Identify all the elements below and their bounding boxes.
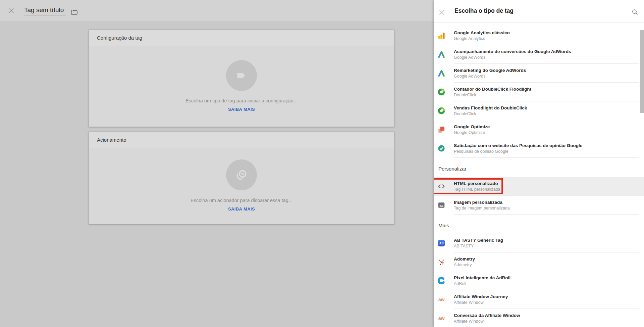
tag-type-row[interactable]: AdometryAdometry bbox=[434, 252, 644, 271]
tag-type-row[interactable]: awConversão da Affiliate WindowAffiliate… bbox=[434, 309, 644, 327]
doubleclick-icon bbox=[437, 88, 446, 96]
tag-type-text: Remarketing do Google AdWordsGoogle AdWo… bbox=[454, 67, 526, 79]
tag-type-row[interactable]: Google Analytics clássicoGoogle Analytic… bbox=[434, 26, 644, 45]
adroll-icon bbox=[437, 276, 446, 285]
section-label: Mais bbox=[438, 223, 449, 228]
tag-type-subtitle: Adometry bbox=[454, 262, 475, 268]
custom-html-icon bbox=[437, 182, 446, 191]
abtasty-icon: AB bbox=[437, 239, 446, 247]
tag-type-title: Remarketing do Google AdWords bbox=[454, 67, 526, 73]
trigger-placeholder-text: Escolha um acionador para disparar essa … bbox=[89, 198, 394, 203]
gtm-tag-editor-screen: { "colors": { "accent_blue": "#3a66c2", … bbox=[0, 0, 644, 327]
tag-type-text: Pixel inteligente da AdRollAdRoll bbox=[454, 275, 511, 286]
tag-type-title: Contador do DoubleClick Floodlight bbox=[454, 86, 531, 92]
tag-type-row[interactable]: Acompanhamento de conversões do Google A… bbox=[434, 45, 644, 64]
tag-type-text: HTML personalizadoTag HTML personalizada bbox=[454, 181, 500, 192]
svg-text:AB: AB bbox=[439, 242, 444, 245]
custom-image-icon bbox=[437, 201, 446, 209]
panel-title: Escolha o tipo de tag bbox=[454, 7, 514, 14]
tag-placeholder-circle bbox=[226, 60, 257, 91]
aw-icon: aw bbox=[437, 295, 446, 304]
section-header-personalizar: Personalizar bbox=[434, 158, 644, 177]
tag-type-title: Adometry bbox=[454, 256, 475, 262]
tag-type-title: Acompanhamento de conversões do Google A… bbox=[454, 49, 571, 54]
editor-topbar: Tag sem título bbox=[0, 0, 434, 21]
tag-type-text: AB TASTY Generic TagAB TASTY bbox=[454, 237, 503, 249]
tag-name-input[interactable]: Tag sem título bbox=[24, 6, 66, 15]
tag-type-subtitle: AB TASTY bbox=[454, 243, 503, 249]
tag-type-text: Google Analytics clássicoGoogle Analytic… bbox=[454, 30, 510, 41]
tag-icon bbox=[235, 69, 248, 82]
tag-type-subtitle: DoubleClick bbox=[454, 111, 527, 116]
tag-type-subtitle: Tag HTML personalizada bbox=[454, 187, 500, 192]
ga-classic-icon bbox=[437, 31, 446, 40]
tag-type-subtitle: DoubleClick bbox=[454, 92, 531, 98]
trigger-card[interactable]: Acionamento Escolha um acionador para di… bbox=[89, 132, 394, 224]
aw-icon: aw bbox=[437, 314, 446, 323]
section-header-mais: Mais bbox=[434, 215, 644, 234]
panel-header: Escolha o tipo de tag bbox=[434, 0, 644, 22]
tag-type-subtitle: AdRoll bbox=[454, 281, 511, 286]
tag-type-list: Google Analytics clássicoGoogle Analytic… bbox=[434, 22, 644, 327]
optimize-icon bbox=[437, 125, 446, 134]
tag-editor-backdrop: Tag sem título Configuração da tag Escol… bbox=[0, 0, 434, 327]
adometry-icon bbox=[437, 258, 446, 266]
doubleclick-icon bbox=[437, 106, 446, 115]
tag-type-row[interactable]: HTML personalizadoTag HTML personalizada bbox=[434, 177, 644, 196]
tag-type-text: Satisfação com o website das Pesquisas d… bbox=[454, 143, 582, 154]
tag-type-title: Pixel inteligente da AdRoll bbox=[454, 275, 511, 281]
tag-type-title: Satisfação com o website das Pesquisas d… bbox=[454, 143, 582, 148]
trigger-icon bbox=[234, 168, 249, 182]
tag-type-title: HTML personalizado bbox=[454, 181, 500, 186]
choose-tag-type-panel: Escolha o tipo de tag Google Analytics c… bbox=[434, 0, 644, 327]
tag-type-title: Affiliate Window Journey bbox=[454, 294, 508, 299]
tag-configuration-card[interactable]: Configuração da tag Escolha um tipo de t… bbox=[89, 30, 394, 127]
tag-type-row[interactable]: ABAB TASTY Generic TagAB TASTY bbox=[434, 234, 644, 252]
tag-type-text: Vendas Floodlight do DoubleClickDoubleCl… bbox=[454, 105, 527, 116]
tag-type-text: Conversão da Affiliate WindowAffiliate W… bbox=[454, 313, 520, 324]
trigger-placeholder-circle bbox=[226, 159, 257, 190]
tag-type-title: Vendas Floodlight do DoubleClick bbox=[454, 105, 527, 111]
close-editor-icon[interactable] bbox=[8, 7, 15, 14]
tag-type-row[interactable]: Remarketing do Google AdWordsGoogle AdWo… bbox=[434, 64, 644, 83]
tag-placeholder-text: Escolha um tipo de tag para iniciar a co… bbox=[89, 98, 394, 103]
card-header: Configuração da tag bbox=[89, 30, 394, 46]
tag-type-row[interactable]: awAffiliate Window JourneyAffiliate Wind… bbox=[434, 290, 644, 309]
card-header: Acionamento bbox=[89, 132, 394, 148]
tag-type-text: Imagem personalizadaTag de imagem person… bbox=[454, 199, 510, 211]
tag-type-subtitle: Pesquisas de opinião Google bbox=[454, 149, 582, 154]
tag-type-subtitle: Tag de imagem personalizada bbox=[454, 205, 510, 211]
section-label: Personalizar bbox=[438, 166, 466, 172]
adwords-icon bbox=[437, 50, 446, 59]
tag-type-title: Imagem personalizada bbox=[454, 199, 510, 205]
tag-type-title: AB TASTY Generic Tag bbox=[454, 237, 503, 243]
tag-type-text: AdometryAdometry bbox=[454, 256, 475, 268]
tag-type-text: Acompanhamento de conversões do Google A… bbox=[454, 49, 571, 60]
surveys-icon bbox=[437, 144, 446, 153]
tag-type-subtitle: Affiliate Window bbox=[454, 319, 520, 324]
search-icon[interactable] bbox=[631, 8, 639, 16]
tag-type-subtitle: Affiliate Window bbox=[454, 300, 508, 305]
folder-icon[interactable] bbox=[70, 8, 78, 16]
learn-more-link[interactable]: SAIBA MAIS bbox=[89, 107, 394, 112]
tag-type-text: Affiliate Window JourneyAffiliate Window bbox=[454, 294, 508, 305]
tag-type-row[interactable]: Google OptimizeGoogle Optimize bbox=[434, 120, 644, 139]
close-panel-icon[interactable] bbox=[438, 9, 445, 16]
tag-type-title: Google Optimize bbox=[454, 124, 490, 130]
tag-type-text: Google OptimizeGoogle Optimize bbox=[454, 124, 490, 135]
tag-type-row[interactable]: Vendas Floodlight do DoubleClickDoubleCl… bbox=[434, 101, 644, 120]
list-top-partial-divider bbox=[434, 22, 644, 26]
tag-type-title: Google Analytics clássico bbox=[454, 30, 510, 36]
tag-type-row[interactable]: Contador do DoubleClick FloodlightDouble… bbox=[434, 83, 644, 101]
tag-type-row[interactable]: Imagem personalizadaTag de imagem person… bbox=[434, 196, 644, 215]
adwords-icon bbox=[437, 69, 446, 78]
tag-type-subtitle: Google AdWords bbox=[454, 74, 526, 79]
tag-type-row[interactable]: Satisfação com o website das Pesquisas d… bbox=[434, 139, 644, 158]
tag-type-title: Conversão da Affiliate Window bbox=[454, 313, 520, 318]
tag-type-subtitle: Google Analytics bbox=[454, 36, 510, 41]
learn-more-link[interactable]: SAIBA MAIS bbox=[89, 206, 394, 212]
scrollbar-thumb[interactable] bbox=[640, 30, 644, 113]
tag-type-row[interactable]: Pixel inteligente da AdRollAdRoll bbox=[434, 271, 644, 290]
tag-type-text: Contador do DoubleClick FloodlightDouble… bbox=[454, 86, 531, 98]
tag-type-subtitle: Google Optimize bbox=[454, 130, 490, 135]
